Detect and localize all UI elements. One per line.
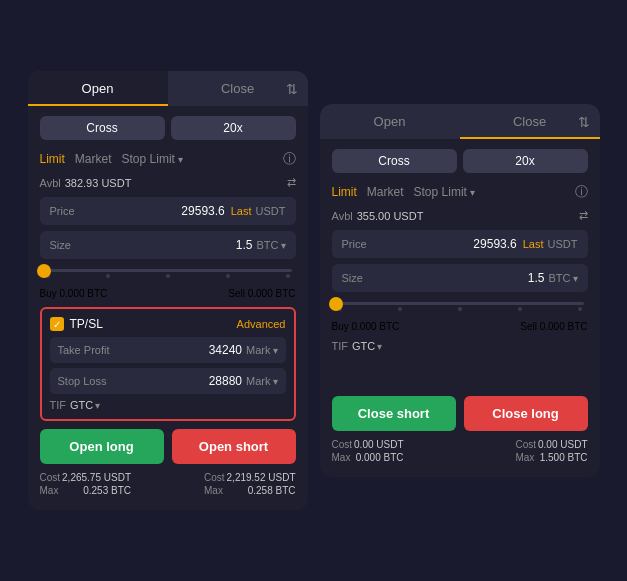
right-tif-arrow[interactable]: ▾ <box>377 341 382 352</box>
stop-loss-unit: Mark <box>246 375 270 387</box>
left-slider[interactable] <box>40 269 296 278</box>
slider-track <box>44 269 292 272</box>
slider-dot-4 <box>286 274 290 278</box>
tpsl-label: TP/SL <box>70 317 103 331</box>
right-panel-body: Cross 20x Limit Market Stop Limit ⓘ Avbl… <box>320 139 600 465</box>
cost-long-label: Cost <box>40 472 61 483</box>
stop-loss-arrow: ▾ <box>273 376 278 387</box>
right-tab-open[interactable]: Open <box>320 104 460 139</box>
right-stop-limit-btn[interactable]: Stop Limit <box>414 185 475 199</box>
right-action-row: Close short Close long <box>332 396 588 431</box>
tif-arrow[interactable]: ▾ <box>95 400 100 411</box>
open-short-button[interactable]: Open short <box>172 429 296 464</box>
left-panel-body: Cross 20x Limit Market Stop Limit ⓘ Avbl… <box>28 106 308 498</box>
right-max-short-row: Max 0.000 BTC <box>332 452 404 463</box>
close-long-button[interactable]: Close long <box>464 396 588 431</box>
cross-button[interactable]: Cross <box>40 116 165 140</box>
right-last-label: Last <box>523 238 544 250</box>
sell-label: Sell 0.000 BTC <box>228 288 295 299</box>
tpsl-advanced[interactable]: Advanced <box>237 318 286 330</box>
sell-value: 0.000 BTC <box>248 288 296 299</box>
right-cost-short-value: 0.00 USDT <box>354 439 403 450</box>
sell-text: Sell <box>228 288 245 299</box>
right-price-value: 29593.6 <box>473 237 516 251</box>
right-slider-dots <box>336 307 584 311</box>
right-panel: Open Close ⇅ Cross 20x Limit Market Stop… <box>320 104 600 477</box>
settings-icon[interactable]: ⇅ <box>286 81 298 97</box>
left-order-type-row: Limit Market Stop Limit ⓘ <box>40 150 296 168</box>
left-avbl-row: Avbl 382.93 USDT ⇄ <box>40 176 296 189</box>
left-leverage-row: Cross 20x <box>40 116 296 140</box>
right-max-short-label: Max <box>332 452 351 463</box>
take-profit-unit: Mark <box>246 344 270 356</box>
size-unit: BTC <box>257 239 279 251</box>
left-tab-close-label: Close <box>221 81 254 96</box>
close-short-button[interactable]: Close short <box>332 396 456 431</box>
tif-label: TIF <box>50 399 67 411</box>
left-action-row: Open long Open short <box>40 429 296 464</box>
right-max-short-value: 0.000 BTC <box>356 452 404 463</box>
right-avbl-unit: USDT <box>393 210 423 222</box>
buy-text: Buy <box>40 288 57 299</box>
right-avbl-value: 355.00 USDT <box>357 210 424 222</box>
right-order-type-row: Limit Market Stop Limit ⓘ <box>332 183 588 201</box>
cost-long-row: Cost 2,265.75 USDT <box>40 472 132 483</box>
tpsl-checkbox[interactable] <box>50 317 64 331</box>
left-cost-long: Cost 2,265.75 USDT Max 0.253 BTC <box>40 472 132 498</box>
right-cost-row: Cost 0.00 USDT Max 0.000 BTC Cost 0.00 U… <box>332 439 588 465</box>
right-limit-btn[interactable]: Limit <box>332 185 357 199</box>
last-label: Last <box>231 205 252 217</box>
left-tab-open[interactable]: Open <box>28 71 168 106</box>
max-short-row: Max 0.258 BTC <box>204 485 296 496</box>
right-slider-thumb[interactable] <box>329 297 343 311</box>
right-tif-label: TIF <box>332 340 349 352</box>
right-cost-short: Cost 0.00 USDT Max 0.000 BTC <box>332 439 404 465</box>
stop-loss-field[interactable]: Stop Loss 28880 Mark ▾ <box>50 368 286 394</box>
right-transfer-icon[interactable]: ⇄ <box>579 209 588 222</box>
right-sell-text: Sell <box>520 321 537 332</box>
market-btn[interactable]: Market <box>75 152 112 166</box>
right-multiplier-button[interactable]: 20x <box>463 149 588 173</box>
right-size-dropdown-arrow[interactable]: ▾ <box>573 273 578 284</box>
right-avbl-amount: 355.00 <box>357 210 391 222</box>
transfer-icon[interactable]: ⇄ <box>287 176 296 189</box>
right-slider-dot-3 <box>518 307 522 311</box>
limit-btn[interactable]: Limit <box>40 152 65 166</box>
left-panel: Open Close ⇅ Cross 20x Limit Market Stop… <box>28 71 308 510</box>
right-tab-close-label: Close <box>513 114 546 129</box>
right-size-unit: BTC <box>549 272 571 284</box>
max-long-row: Max 0.253 BTC <box>40 485 132 496</box>
right-cost-long-value: 0.00 USDT <box>538 439 587 450</box>
right-market-btn[interactable]: Market <box>367 185 404 199</box>
left-cost-short: Cost 2,219.52 USDT Max 0.258 BTC <box>204 472 296 498</box>
right-cost-long-row: Cost 0.00 USDT <box>515 439 587 450</box>
avbl-label: Avbl <box>40 177 61 189</box>
right-price-field[interactable]: Price 29593.6 Last USDT <box>332 230 588 258</box>
right-avbl-row: Avbl 355.00 USDT ⇄ <box>332 209 588 222</box>
right-cost-short-label: Cost <box>332 439 353 450</box>
take-profit-field[interactable]: Take Profit 34240 Mark ▾ <box>50 337 286 363</box>
left-tab-bar: Open Close ⇅ <box>28 71 308 106</box>
size-dropdown-arrow[interactable]: ▾ <box>281 240 286 251</box>
stop-limit-btn[interactable]: Stop Limit <box>122 152 183 166</box>
right-cross-button[interactable]: Cross <box>332 149 457 173</box>
right-leverage-row: Cross 20x <box>332 149 588 173</box>
stop-loss-label: Stop Loss <box>58 375 123 387</box>
right-max-long-value: 1.500 BTC <box>540 452 588 463</box>
take-profit-value: 34240 <box>209 343 242 357</box>
right-info-icon[interactable]: ⓘ <box>575 183 588 201</box>
left-tab-open-label: Open <box>82 81 114 96</box>
open-long-button[interactable]: Open long <box>40 429 164 464</box>
right-slider[interactable] <box>332 302 588 311</box>
slider-dots <box>44 274 292 278</box>
right-size-field[interactable]: Size 1.5 BTC ▾ <box>332 264 588 292</box>
take-profit-label: Take Profit <box>58 344 123 356</box>
multiplier-button[interactable]: 20x <box>171 116 296 140</box>
left-cost-row: Cost 2,265.75 USDT Max 0.253 BTC Cost 2,… <box>40 472 296 498</box>
slider-thumb[interactable] <box>37 264 51 278</box>
right-buy-text: Buy <box>332 321 349 332</box>
right-settings-icon[interactable]: ⇅ <box>578 114 590 130</box>
left-price-field[interactable]: Price 29593.6 Last USDT <box>40 197 296 225</box>
left-size-field[interactable]: Size 1.5 BTC ▾ <box>40 231 296 259</box>
info-icon[interactable]: ⓘ <box>283 150 296 168</box>
